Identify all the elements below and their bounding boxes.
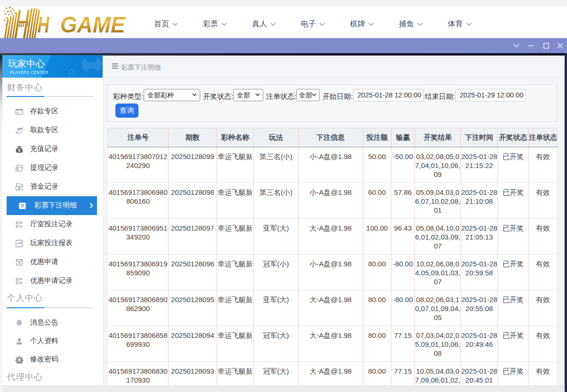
svg-text:GAME: GAME — [60, 12, 126, 37]
svg-text:H: H — [38, 12, 50, 37]
